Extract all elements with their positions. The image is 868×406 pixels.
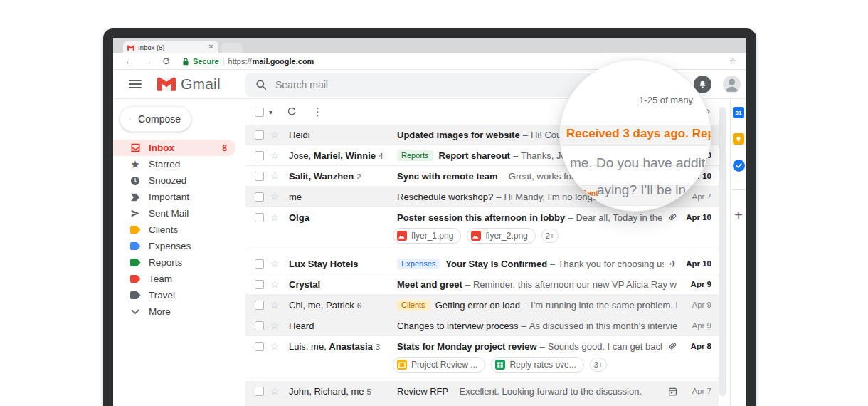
- more-attachments-chip[interactable]: 2+: [541, 229, 559, 243]
- gmail-logo[interactable]: Gmail: [157, 76, 221, 93]
- email-subject: Reschedule workshop?: [397, 192, 493, 202]
- email-row[interactable]: ☆Lux Stay HotelsExpensesYour Stay Is Con…: [245, 254, 719, 274]
- email-sender: John, Richard, me5: [289, 386, 397, 397]
- gmail-favicon: [127, 41, 134, 53]
- email-date: Apr 8: [683, 342, 711, 350]
- email-checkbox[interactable]: [255, 172, 264, 181]
- more-options-icon[interactable]: ⋮: [312, 105, 323, 118]
- attachment-chip[interactable]: Project Review ...: [393, 357, 485, 373]
- image-file-icon: [397, 231, 407, 241]
- email-checkbox[interactable]: [255, 213, 264, 222]
- email-row[interactable]: ☆Andrea, Jose3ReportsBaseline graphs–Goo…: [245, 402, 719, 406]
- email-checkbox[interactable]: [255, 151, 264, 160]
- sidebar-item-starred[interactable]: ★Starred: [113, 156, 243, 172]
- email-row[interactable]: ☆CrystalMeet and greet–Reminder, this af…: [245, 274, 719, 295]
- pagination-label: 1-25 of many: [639, 95, 693, 105]
- label-chip[interactable]: Expenses: [397, 259, 440, 269]
- keep-addon-icon[interactable]: [733, 133, 744, 145]
- email-checkbox[interactable]: [255, 387, 264, 396]
- sidebar-item-reports[interactable]: Reports: [113, 254, 243, 271]
- email-checkbox[interactable]: [255, 192, 264, 202]
- attachment-chip[interactable]: flyer_2.png: [467, 228, 535, 244]
- label-tag-icon: [129, 259, 141, 266]
- select-all-checkbox[interactable]: [255, 108, 264, 117]
- email-snippet: Dear all, Today in the first floor lobby…: [576, 212, 662, 223]
- inbox-unread-count: 8: [222, 143, 227, 153]
- email-row[interactable]: ☆HeardChanges to interview process–As di…: [245, 316, 719, 336]
- menu-icon[interactable]: [129, 80, 142, 88]
- search-placeholder: Search mail: [275, 79, 328, 90]
- email-row[interactable]: ☆Luis, me, Anastasia3Stats for Monday pr…: [245, 336, 719, 378]
- star-toggle-icon[interactable]: ☆: [270, 321, 282, 330]
- star-toggle-icon[interactable]: ☆: [270, 259, 282, 269]
- email-subject: Changes to interview process: [397, 321, 519, 331]
- star-toggle-icon[interactable]: ☆: [270, 130, 282, 140]
- sidebar-item-label: Reports: [149, 257, 182, 268]
- sidebar-item-team[interactable]: Team: [113, 271, 243, 287]
- email-checkbox[interactable]: [255, 130, 264, 140]
- email-subject: Getting error on load: [435, 300, 520, 311]
- attachment-chip[interactable]: flyer_1.png: [393, 228, 461, 244]
- new-tab-button[interactable]: [221, 43, 243, 53]
- label-chip[interactable]: Clients: [397, 300, 430, 311]
- label-chip[interactable]: Reports: [397, 150, 433, 161]
- attachment-name: flyer_2.png: [485, 231, 527, 241]
- star-toggle-icon[interactable]: ☆: [270, 192, 282, 202]
- email-checkbox[interactable]: [255, 342, 264, 351]
- sidebar-item-travel[interactable]: Travel: [113, 287, 243, 303]
- sidebar-item-clients[interactable]: Clients: [113, 222, 243, 238]
- label-tag-icon: [129, 275, 141, 283]
- sidebar-item-snoozed[interactable]: Snoozed: [113, 172, 243, 189]
- select-dropdown-caret[interactable]: ▾: [269, 108, 272, 116]
- forward-icon[interactable]: →: [144, 56, 152, 66]
- email-snippet: Excellent. Looking forward to the discus…: [459, 386, 642, 397]
- star-toggle-icon[interactable]: ☆: [270, 279, 282, 289]
- reload-icon[interactable]: [162, 58, 170, 66]
- star-toggle-icon[interactable]: ☆: [270, 171, 282, 181]
- attachment-name: Reply rates ove...: [509, 360, 576, 370]
- bookmark-star-icon[interactable]: ☆: [729, 56, 736, 66]
- sidebar-item-label: Travel: [149, 290, 175, 301]
- email-row[interactable]: ☆John, Richard, me5Review RFP–Excellent.…: [245, 381, 719, 402]
- sidebar-item-label: Expenses: [149, 241, 191, 251]
- back-icon[interactable]: ←: [125, 56, 134, 66]
- email-row[interactable]: ☆Chi, me, Patrick6ClientsGetting error o…: [245, 295, 719, 316]
- scrollbar[interactable]: [719, 107, 726, 396]
- sidebar-item-more[interactable]: More: [113, 303, 243, 320]
- star-toggle-icon[interactable]: ☆: [270, 150, 282, 160]
- sidebar-nav: Inbox8★StarredSnoozedImportantSent MailC…: [113, 140, 243, 320]
- url-host: mail.google.com: [253, 57, 314, 66]
- email-sender: Crystal: [289, 279, 397, 290]
- star-toggle-icon[interactable]: ☆: [270, 300, 282, 310]
- calendar-addon-icon[interactable]: 31: [733, 107, 744, 118]
- compose-button[interactable]: Compose: [120, 106, 191, 132]
- star-toggle-icon[interactable]: ☆: [270, 341, 282, 351]
- clock-icon: [129, 176, 141, 186]
- sidebar-item-label: Sent Mail: [149, 208, 189, 219]
- sidebar-item-important[interactable]: Important: [113, 189, 243, 205]
- paperclip-icon: [667, 341, 677, 351]
- star-toggle-icon[interactable]: ☆: [270, 212, 282, 222]
- browser-tab[interactable]: Inbox (8) ✕: [123, 41, 218, 53]
- image-file-icon: [471, 231, 481, 241]
- email-subject: Meet and greet: [397, 279, 462, 290]
- paperclip-icon: [667, 212, 677, 222]
- email-checkbox[interactable]: [255, 280, 264, 289]
- more-attachments-chip[interactable]: 3+: [590, 358, 608, 372]
- email-snippet: I'm running into the same problem. Resta…: [531, 300, 677, 311]
- sidebar-item-inbox[interactable]: Inbox8: [113, 140, 243, 156]
- email-checkbox[interactable]: [255, 321, 264, 330]
- tab-close-icon[interactable]: ✕: [208, 43, 214, 51]
- email-row[interactable]: ☆OlgaPoster session this afternoon in lo…: [245, 207, 719, 249]
- get-addons-icon[interactable]: +: [734, 208, 743, 222]
- attachment-chip[interactable]: Reply rates ove...: [491, 357, 583, 373]
- account-avatar[interactable]: [723, 76, 741, 93]
- email-checkbox[interactable]: [255, 259, 264, 269]
- star-toggle-icon[interactable]: ☆: [270, 386, 282, 396]
- refresh-icon[interactable]: [287, 107, 297, 117]
- tasks-addon-icon[interactable]: [733, 160, 745, 172]
- sidebar-item-sent-mail[interactable]: Sent Mail: [113, 205, 243, 222]
- email-checkbox[interactable]: [255, 301, 264, 310]
- sidebar-item-label: Team: [149, 274, 172, 284]
- sidebar-item-expenses[interactable]: Expenses: [113, 238, 243, 254]
